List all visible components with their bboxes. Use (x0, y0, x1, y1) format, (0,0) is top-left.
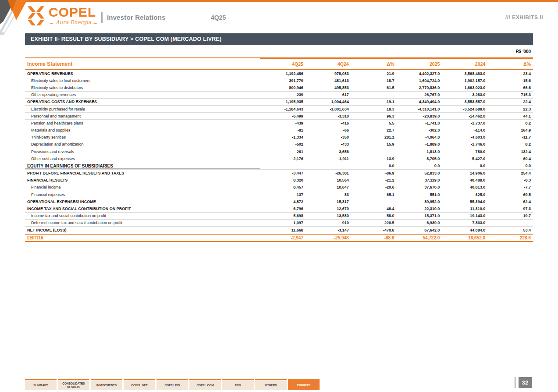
value-cell: -4,349,494.0 (397, 100, 442, 104)
row-label: Deferred income tax and social contribut… (25, 221, 260, 225)
value-cell: -6,939.0 (397, 221, 442, 225)
row-label: Personnel and management (25, 114, 260, 118)
copel-logo-icon (27, 6, 45, 28)
table-row: Third-party services-1,334-350281.1-4,06… (25, 134, 533, 141)
row-label: OPERATING REVENUES (25, 71, 260, 76)
value-cell: 495,853 (306, 86, 351, 90)
tab-exhibits[interactable]: EXHIBITS (288, 379, 320, 390)
tab-summary[interactable]: SUMMARY (25, 379, 57, 390)
value-cell: 0.0 (487, 164, 533, 168)
table-row: PROFIT BEFORE FINANCIAL RESULTS AND TAXE… (25, 170, 533, 177)
value-cell: 8.2 (487, 142, 533, 146)
row-label: Income tax and social contribution on pr… (25, 214, 260, 218)
value-cell: 0.0 (442, 164, 487, 168)
value-cell: -8.3 (487, 178, 533, 182)
value-cell: -66 (306, 128, 351, 132)
value-cell: 40,813.0 (442, 185, 487, 189)
tab-copel-com[interactable]: COPEL COM (189, 379, 221, 390)
row-label: Other cost and expenses (25, 157, 260, 161)
value-cell: -4,603.0 (442, 135, 487, 139)
value-cell: -46.4 (351, 207, 397, 211)
value-cell: -4,064.0 (397, 135, 442, 139)
value-cell: 3,568,463.0 (442, 71, 487, 76)
value-cell: — (351, 93, 397, 97)
value-cell: — (351, 150, 397, 154)
value-cell: -551.0 (397, 192, 442, 197)
row-label: PROFIT BEFORE FINANCIAL RESULTS AND TAXE… (25, 171, 260, 175)
value-cell: 1,663,023.0 (442, 86, 487, 90)
value-cell: 37,119.0 (397, 178, 442, 182)
value-cell: 22.3 (487, 107, 533, 111)
value-cell: 22.7 (351, 128, 397, 132)
value-cell: -3,147 (306, 228, 351, 232)
value-cell: 8,320 (260, 178, 306, 182)
table-header-row: Income Statement 4Q254Q24Δ%20252024Δ% (25, 57, 533, 70)
value-cell: -3,310 (306, 114, 351, 118)
top-accent-strip (0, 0, 558, 2)
row-label: NET INCOME (LOSS) (25, 228, 260, 232)
value-cell: 19.1 (351, 100, 397, 104)
table-header-title: Income Statement (25, 57, 260, 70)
page-number-group: 32 (515, 377, 532, 388)
value-cell: 18.3 (351, 107, 397, 111)
tab-copel-get[interactable]: COPEL GET (124, 379, 155, 390)
value-cell: -3,447 (260, 171, 306, 175)
column-header: 4Q25 (260, 59, 306, 69)
row-label: FINANCIAL RESULTS (25, 178, 260, 182)
swash-right (92, 21, 98, 24)
value-cell: -470.8 (351, 228, 397, 232)
page-number-tick (517, 377, 518, 388)
value-cell: 281.1 (351, 135, 397, 139)
value-cell: -19.7 (487, 214, 533, 218)
value-cell: 55,394.0 (442, 200, 487, 204)
page-number: 32 (519, 377, 532, 388)
table-row: OPERATING COSTS AND EXPENSES-1,195,935-1… (25, 99, 533, 106)
value-cell: — (260, 164, 306, 168)
value-cell: 7,833.0 (442, 221, 487, 225)
value-cell: 10,647 (306, 185, 351, 189)
row-label: Pension and healthcare plans (25, 121, 260, 125)
table-row: Pension and healthcare plans-439-4165.5-… (25, 120, 533, 127)
value-cell: 715.3 (487, 93, 533, 97)
table-row: EBITDA-2,947-25,948-88.654,722.016,652.0… (25, 234, 533, 242)
row-label: EBITDA (25, 235, 260, 240)
tab-esg[interactable]: ESG (222, 379, 254, 390)
tab-investments[interactable]: INVESTMENTS (91, 379, 122, 390)
value-cell: -5,427.0 (442, 157, 487, 161)
value-cell: 97.3 (487, 207, 533, 211)
table-row: Electricity sales to final customers391,… (25, 77, 533, 84)
value-cell: -15,817 (306, 200, 351, 204)
value-cell: 61.5 (351, 86, 397, 90)
value-cell: 44.1 (487, 114, 533, 118)
value-cell: 96.3 (351, 114, 397, 118)
row-label: Other operating revenues (25, 93, 260, 97)
value-cell: -6,499 (260, 114, 306, 118)
value-cell: 13.9 (351, 157, 397, 161)
value-cell: 16,652.0 (442, 235, 487, 240)
tab-others[interactable]: OTHERS (255, 379, 287, 390)
swash-left (49, 21, 54, 24)
tab-consolidated-results[interactable]: CONSOLIDATED RESULTS (58, 379, 89, 390)
value-cell: 0.0 (351, 164, 397, 168)
row-label: Financial expenses (25, 192, 260, 197)
value-cell: -239 (260, 93, 306, 97)
column-header: 2025 (397, 59, 442, 69)
value-cell: 391,779 (260, 78, 306, 83)
value-cell: -14,462.0 (442, 114, 487, 118)
value-cell: -86.9 (351, 171, 397, 175)
value-cell: — (306, 164, 351, 168)
header-divider (101, 12, 103, 23)
value-cell: -15,371.0 (397, 214, 442, 218)
value-cell: -439 (260, 121, 306, 125)
value-cell: 44,084.0 (442, 228, 487, 232)
value-cell: -1,334 (260, 135, 306, 139)
table-row: Other cost and expenses-2,176-1,91113.9-… (25, 155, 533, 162)
table-row: NET INCOME (LOSS)11,668-3,147-470.867,64… (25, 227, 533, 234)
tab-copel-dis[interactable]: COPEL DIS (156, 379, 188, 390)
bottom-tab-bar: SUMMARYCONSOLIDATED RESULTSINVESTMENTSCO… (25, 379, 320, 390)
table-column-headers: 4Q254Q24Δ%20252024Δ% (260, 57, 533, 70)
value-cell: 23.4 (487, 71, 533, 76)
page-title: EXHIBIT II- RESULT BY SUBSIDIARY > COPEL… (25, 33, 533, 45)
value-cell: 10,564 (306, 178, 351, 182)
value-cell: 5,698 (260, 214, 306, 218)
